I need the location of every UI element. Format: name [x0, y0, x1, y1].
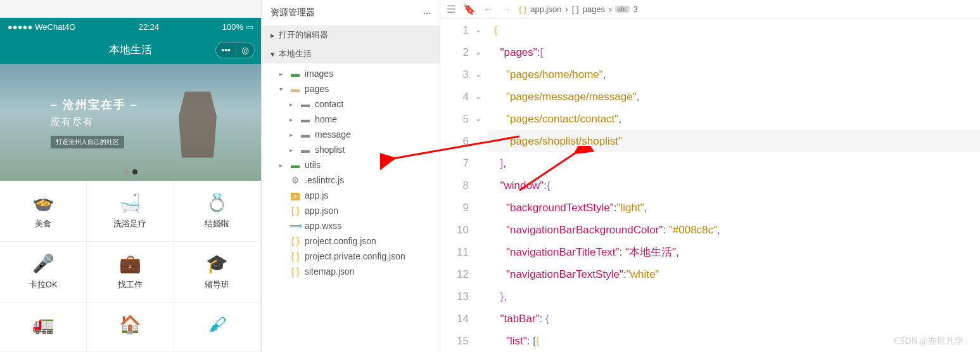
nav-bar: 本地生活 ••• ◎ [0, 36, 261, 64]
bracket-icon: [ ] [572, 4, 579, 14]
grid-label: 洗浴足疗 [113, 218, 146, 230]
js-icon: JS [290, 190, 301, 200]
banner[interactable]: – 沧州宝在手 – 应有尽有 打造沧州人自己的社区 [0, 64, 261, 181]
grid-icon: 🏠 [119, 314, 141, 335]
tree-label: images [305, 68, 333, 79]
signal-icon: ●●●●● [8, 22, 32, 32]
grid-label: 卡拉OK [29, 279, 58, 290]
banner-subtitle: 应有尽有 [51, 116, 94, 128]
grid-item[interactable]: 🍲美食 [0, 181, 87, 242]
open-editors-section[interactable]: ▸ 打开的编辑器 [262, 25, 440, 44]
battery-icon: ▭ [246, 22, 253, 32]
folder-item[interactable]: ▸▬shoplist [262, 142, 440, 157]
file-item[interactable]: { }project.config.json [262, 233, 440, 249]
folder-icon: ▬ [290, 68, 301, 79]
tree-label: contact [315, 99, 343, 109]
grid-item[interactable]: 💼找工作 [87, 242, 174, 303]
project-section[interactable]: ▾ 本地生活 [262, 44, 440, 63]
breadcrumb-file: app.json [530, 4, 561, 14]
tree-label: pages [305, 84, 329, 94]
section-label: 本地生活 [279, 48, 312, 60]
folder-icon: ▬ [300, 99, 311, 109]
banner-title: – 沧州宝在手 – [51, 97, 138, 112]
forward-icon[interactable]: → [501, 4, 511, 15]
file-tree: ▸▬images▾▬pages▸▬contact▸▬home▸▬message▸… [262, 63, 440, 352]
dot[interactable] [124, 169, 129, 174]
breadcrumb[interactable]: { } app.json › [ ] pages › abc 3 [519, 4, 638, 14]
battery-label: 100% [222, 22, 243, 32]
grid-item[interactable]: 🚛 [0, 303, 87, 352]
grid-menu: 🍲美食🛁洗浴足疗💍结婚啦🎤卡拉OK💼找工作🎓辅导班🚛🏠🖌 [0, 181, 261, 352]
file-item[interactable]: ⟹app.wxss [262, 218, 440, 233]
tree-label: home [315, 114, 337, 124]
tree-label: utils [305, 160, 321, 170]
folder-icon: ▬ [290, 160, 301, 170]
fold-column[interactable]: ⌄⌄⌄⌄⌄ [475, 19, 488, 352]
folder-item[interactable]: ▸▬home [262, 112, 440, 127]
more-icon[interactable]: ··· [423, 8, 431, 18]
editor-panel: ☰ 🔖 ← → { } app.json › [ ] pages › abc 3… [440, 0, 980, 352]
bookmark-icon[interactable]: 🔖 [463, 3, 476, 15]
dot-active[interactable] [132, 169, 137, 174]
grid-item[interactable]: 🎓辅导班 [174, 242, 261, 303]
chevron-icon: › [565, 4, 568, 14]
file-item[interactable]: { }sitemap.json [262, 264, 440, 279]
grid-item[interactable]: 🛁洗浴足疗 [87, 181, 174, 242]
file-item[interactable]: { }project.private.config.json [262, 249, 440, 264]
grid-icon: 🛁 [119, 192, 141, 213]
chevron-icon: ▸ [290, 116, 296, 123]
grid-icon: 🎤 [32, 253, 54, 274]
abc-icon: abc [615, 6, 629, 13]
back-icon[interactable]: ← [483, 4, 493, 15]
grid-icon: 🚛 [32, 314, 54, 335]
banner-dots [124, 169, 137, 174]
json-icon: { } [290, 205, 301, 216]
config-icon: ⚙ [290, 175, 301, 185]
explorer-header: 资源管理器 ··· [262, 0, 440, 25]
watermark: CSDN @亦世凡华、 [894, 336, 972, 347]
tree-label: sitemap.json [305, 266, 355, 277]
chevron-icon: ▸ [290, 147, 296, 153]
banner-image [166, 83, 229, 166]
grid-item[interactable]: 💍结婚啦 [174, 181, 261, 242]
folder-item[interactable]: ▸▬images [262, 66, 440, 81]
json-icon: { } [290, 236, 301, 246]
file-item[interactable]: ⚙.eslintrc.js [262, 173, 440, 188]
list-icon[interactable]: ☰ [447, 3, 455, 15]
editor-toolbar: ☰ 🔖 ← → { } app.json › [ ] pages › abc 3 [440, 0, 980, 19]
target-icon[interactable]: ◎ [241, 45, 249, 55]
grid-label: 辅导班 [205, 279, 229, 290]
grid-item[interactable]: 🎤卡拉OK [0, 242, 87, 303]
folder-item[interactable]: ▸▬utils [262, 157, 440, 173]
carrier-label: WeChat4G [35, 22, 75, 32]
grid-icon: 🖌 [208, 314, 226, 335]
time-label: 22:24 [139, 22, 160, 32]
more-icon[interactable]: ••• [221, 45, 231, 55]
explorer-title: 资源管理器 [270, 7, 315, 18]
file-item[interactable]: { }app.json [262, 203, 440, 218]
tree-label: message [315, 129, 351, 140]
chevron-icon: ▸ [290, 131, 296, 138]
folder-item[interactable]: ▸▬contact [262, 96, 440, 112]
folder-item[interactable]: ▸▬message [262, 127, 440, 142]
folder-item[interactable]: ▾▬pages [262, 81, 440, 96]
grid-icon: 💼 [119, 253, 141, 274]
grid-icon: 💍 [206, 192, 228, 213]
tree-label: project.config.json [305, 236, 376, 246]
chevron-icon: ▸ [279, 162, 286, 169]
wxss-icon: ⟹ [290, 221, 301, 231]
grid-item[interactable]: 🏠 [87, 303, 174, 352]
folder-icon: ▬ [300, 129, 311, 140]
json-icon: { } [519, 4, 526, 14]
grid-item[interactable]: 🖌 [174, 303, 261, 352]
grid-icon: 🎓 [206, 253, 228, 274]
chevron-down-icon: ▾ [270, 49, 275, 59]
folder-icon: ▬ [300, 145, 311, 155]
nav-capsule[interactable]: ••• ◎ [215, 42, 255, 58]
code-area[interactable]: 123456789101112131415 ⌄⌄⌄⌄⌄ { "pages":[ … [440, 19, 980, 352]
breadcrumb-index: 3 [633, 4, 638, 14]
code-content[interactable]: { "pages":[ "pages/home/home", "pages/me… [488, 19, 980, 352]
breadcrumb-path: pages [583, 4, 605, 14]
file-item[interactable]: JSapp.js [262, 188, 440, 203]
grid-icon: 🍲 [32, 192, 54, 213]
